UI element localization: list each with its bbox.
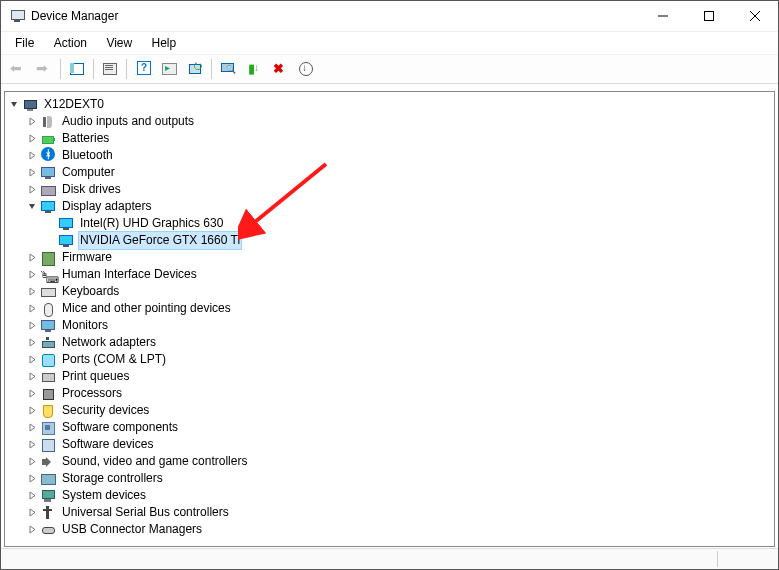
toolbar-help[interactable] xyxy=(131,58,155,80)
category-bt[interactable]: Bluetooth xyxy=(5,147,774,164)
minimize-button[interactable] xyxy=(640,1,686,31)
tree-item-label: Network adapters xyxy=(60,334,158,351)
disk-icon xyxy=(40,182,56,198)
category-mouse[interactable]: Mice and other pointing devices xyxy=(5,300,774,317)
expand-toggle[interactable] xyxy=(25,488,40,503)
add-legacy-icon xyxy=(298,61,314,77)
tree-item-label: Human Interface Devices xyxy=(60,266,199,283)
expand-toggle[interactable] xyxy=(25,505,40,520)
toolbar-properties[interactable] xyxy=(98,58,122,80)
toolbar-enable-device[interactable] xyxy=(242,58,266,80)
expand-toggle[interactable] xyxy=(25,165,40,180)
tree-item-label: Processors xyxy=(60,385,124,402)
category-fw[interactable]: Firmware xyxy=(5,249,774,266)
uninstall-icon xyxy=(272,61,288,77)
expand-toggle[interactable] xyxy=(25,352,40,367)
toggle-placeholder xyxy=(43,233,58,248)
menu-view[interactable]: View xyxy=(98,34,140,52)
menu-action[interactable]: Action xyxy=(46,34,95,52)
toolbar-uninstall-device[interactable] xyxy=(268,58,292,80)
tree-item-label: NVIDIA GeForce GTX 1660 Ti xyxy=(78,231,242,250)
category-usbc[interactable]: USB Connector Managers xyxy=(5,521,774,538)
category-snd[interactable]: Sound, video and game controllers xyxy=(5,453,774,470)
category-sys[interactable]: System devices xyxy=(5,487,774,504)
collapse-toggle[interactable] xyxy=(25,199,40,214)
tree-item-label: USB Connector Managers xyxy=(60,521,204,538)
tree-item-label: Storage controllers xyxy=(60,470,165,487)
category-usb[interactable]: Universal Serial Bus controllers xyxy=(5,504,774,521)
toolbar-scan-hardware[interactable] xyxy=(216,58,240,80)
toolbar-back[interactable] xyxy=(6,58,30,80)
tree-item-label: Monitors xyxy=(60,317,110,334)
tree-item-label: Sound, video and game controllers xyxy=(60,453,249,470)
close-button[interactable] xyxy=(732,1,778,31)
menu-file[interactable]: File xyxy=(7,34,42,52)
expand-toggle[interactable] xyxy=(25,250,40,265)
category-cpu[interactable]: Processors xyxy=(5,385,774,402)
expand-toggle[interactable] xyxy=(25,301,40,316)
action-icon xyxy=(161,61,177,77)
expand-toggle[interactable] xyxy=(25,454,40,469)
console-tree-icon xyxy=(69,61,85,77)
expand-toggle[interactable] xyxy=(25,335,40,350)
root-node[interactable]: X12DEXT0 xyxy=(5,96,774,113)
toolbar-action-center[interactable] xyxy=(157,58,181,80)
back-arrow-icon xyxy=(10,61,26,77)
category-display[interactable]: Display adapters xyxy=(5,198,774,215)
category-hid[interactable]: Human Interface Devices xyxy=(5,266,774,283)
toolbar-separator xyxy=(211,59,212,79)
expand-toggle[interactable] xyxy=(25,386,40,401)
expand-toggle[interactable] xyxy=(25,267,40,282)
expand-toggle[interactable] xyxy=(25,318,40,333)
device-item[interactable]: Intel(R) UHD Graphics 630 xyxy=(5,215,774,232)
expand-toggle[interactable] xyxy=(25,369,40,384)
status-bar xyxy=(1,548,778,569)
sw2-icon xyxy=(40,437,56,453)
expand-toggle[interactable] xyxy=(25,437,40,452)
category-net[interactable]: Network adapters xyxy=(5,334,774,351)
category-swd[interactable]: Software devices xyxy=(5,436,774,453)
expand-toggle[interactable] xyxy=(25,522,40,537)
category-stor[interactable]: Storage controllers xyxy=(5,470,774,487)
sys-icon xyxy=(40,488,56,504)
category-sec[interactable]: Security devices xyxy=(5,402,774,419)
collapse-toggle[interactable] xyxy=(7,97,22,112)
expand-toggle[interactable] xyxy=(25,284,40,299)
toolbar-add-legacy[interactable] xyxy=(294,58,318,80)
category-port[interactable]: Ports (COM & LPT) xyxy=(5,351,774,368)
menu-bar: File Action View Help xyxy=(1,32,778,55)
expand-toggle[interactable] xyxy=(25,420,40,435)
expand-toggle[interactable] xyxy=(25,403,40,418)
expand-toggle[interactable] xyxy=(25,114,40,129)
toolbar-forward[interactable] xyxy=(32,58,56,80)
title-bar: Device Manager xyxy=(1,1,778,32)
expand-toggle[interactable] xyxy=(25,131,40,146)
tree-item-label: Print queues xyxy=(60,368,131,385)
category-audio[interactable]: Audio inputs and outputs xyxy=(5,113,774,130)
maximize-button[interactable] xyxy=(686,1,732,31)
menu-help[interactable]: Help xyxy=(144,34,185,52)
forward-arrow-icon xyxy=(36,61,52,77)
tree-item-label: Universal Serial Bus controllers xyxy=(60,504,231,521)
category-computer[interactable]: Computer xyxy=(5,164,774,181)
toolbar-separator xyxy=(60,59,61,79)
expand-toggle[interactable] xyxy=(25,471,40,486)
toolbar-show-hide-tree[interactable] xyxy=(65,58,89,80)
enable-device-icon xyxy=(246,61,262,77)
display-adapter-icon xyxy=(58,233,74,249)
category-swc[interactable]: Software components xyxy=(5,419,774,436)
port-icon xyxy=(40,352,56,368)
category-disk[interactable]: Disk drives xyxy=(5,181,774,198)
expand-toggle[interactable] xyxy=(25,148,40,163)
category-kb[interactable]: Keyboards xyxy=(5,283,774,300)
device-item[interactable]: NVIDIA GeForce GTX 1660 Ti xyxy=(5,232,774,249)
category-monitor[interactable]: Monitors xyxy=(5,317,774,334)
stor-icon xyxy=(40,471,56,487)
prt-icon xyxy=(40,369,56,385)
category-battery[interactable]: Batteries xyxy=(5,130,774,147)
category-prt[interactable]: Print queues xyxy=(5,368,774,385)
device-tree[interactable]: X12DEXT0Audio inputs and outputsBatterie… xyxy=(4,91,775,547)
properties-icon xyxy=(102,61,118,77)
expand-toggle[interactable] xyxy=(25,182,40,197)
toolbar-update-driver[interactable] xyxy=(183,58,207,80)
